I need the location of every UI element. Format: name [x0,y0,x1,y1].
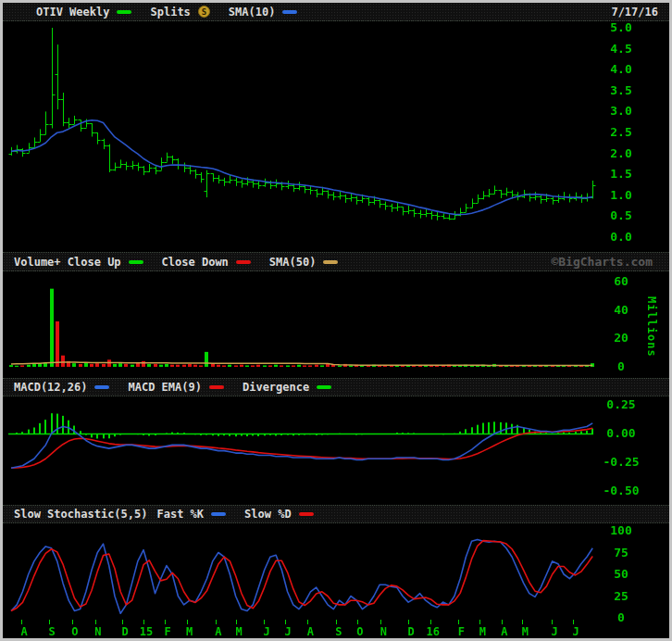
symbol-label: OTIV Weekly [36,6,109,19]
x-axis-label: J [255,625,278,638]
x-axis-label: M [514,625,536,638]
y-axis-label: 100 [601,523,641,538]
divergence-swatch-icon [317,385,331,389]
y-axis-label: 1.0 [601,188,641,203]
volume-down-label: Close Down [162,256,229,269]
x-axis-label: J [277,625,299,638]
volume-sma-label: SMA(50) [269,256,317,269]
x-axis-label: 16 [422,625,444,638]
y-axis-label: 0.0 [601,230,641,245]
y-axis-label: 0.00 [601,426,641,441]
y-axis-label: 4.5 [601,42,641,57]
x-axis-label: M [471,625,493,638]
sma10-label: SMA(10) [229,6,276,19]
x-axis-label: S [328,625,350,638]
y-axis-label: 40 [601,303,641,318]
stochastic-panel-header: Slow Stochastic(5,5) Fast %K Slow %D [3,505,669,523]
y-axis-label: 50 [601,567,641,582]
price-legend-swatch-icon [117,10,131,14]
y-axis-label: 5.0 [601,20,641,35]
price-panel-header: OTIV Weekly Splits S SMA(10) 7/17/16 [3,3,669,21]
macd-chart-canvas [3,396,669,505]
y-axis-label: 0 [601,359,641,374]
y-axis-label: -0.25 [601,455,641,470]
price-chart-canvas [3,21,669,252]
bigcharts-watermark: ©BigCharts.com [551,255,653,269]
y-axis-label: 2.5 [601,125,641,140]
y-axis-label: 60 [601,274,641,289]
x-axis-label: A [13,625,35,638]
y-axis-label: 0.25 [601,397,641,412]
x-axis-label: O [349,625,371,638]
x-axis-label: J [565,625,587,638]
volume-up-label: Volume+ Close Up [14,256,121,269]
slow-d-swatch-icon [299,512,314,516]
y-axis-label: 4.0 [601,62,641,77]
stochastic-chart-canvas [3,523,669,638]
x-axis-label: D [400,625,422,638]
volume-panel-header: Volume+ Close Up Close Down SMA(50) ©Big… [3,252,669,271]
volume-up-swatch-icon [129,260,143,264]
volume-sma-swatch-icon [323,260,338,264]
macd-label: MACD(12,26) [14,381,87,394]
x-axis-label: F [156,625,179,638]
bigcharts-stock-chart: OTIV Weekly Splits S SMA(10) 7/17/16 Vol… [0,0,672,641]
x-axis-label: F [450,625,472,638]
x-axis-label: N [87,625,109,638]
y-axis-label: 3.0 [601,104,641,119]
x-axis-label: D [114,625,136,638]
fast-k-label: Fast %K [157,508,205,521]
chart-date: 7/17/16 [611,6,658,19]
divergence-label: Divergence [243,381,309,394]
y-axis-label: 20 [601,331,641,346]
stochastic-title: Slow Stochastic(5,5) [14,508,148,521]
y-axis-label: 2.0 [601,146,641,161]
splits-badge-icon: S [198,6,210,18]
splits-label: Splits [150,6,190,19]
y-axis-label: 0.5 [601,208,641,223]
macd-ema-swatch-icon [209,385,224,389]
x-axis-label: M [179,625,201,638]
x-axis-label: N [372,625,394,638]
sma10-legend-swatch-icon [282,10,297,14]
y-axis-label: 25 [601,589,641,604]
x-axis-label: A [493,625,516,638]
volume-axis-unit-label: Millions [645,279,658,375]
y-axis-label: 1.5 [601,167,641,182]
volume-chart-canvas [3,271,669,378]
x-axis-label: M [228,625,250,638]
y-axis-label: 75 [601,546,641,560]
macd-panel-header: MACD(12,26) MACD EMA(9) Divergence [3,378,669,396]
y-axis-label: 0 [601,610,641,625]
x-axis-label: A [299,625,321,638]
macd-ema-label: MACD EMA(9) [128,381,201,394]
y-axis-label: -0.50 [601,484,641,498]
macd-swatch-icon [94,385,109,389]
x-axis-label: A [207,625,230,638]
fast-k-swatch-icon [211,512,226,516]
x-axis-label: 15 [135,625,157,638]
y-axis-label: 3.5 [601,83,641,98]
x-axis-label: J [543,625,566,638]
x-axis-label: O [64,625,86,638]
volume-down-swatch-icon [236,260,251,264]
x-axis-label: S [41,625,63,638]
slow-d-label: Slow %D [244,508,292,521]
